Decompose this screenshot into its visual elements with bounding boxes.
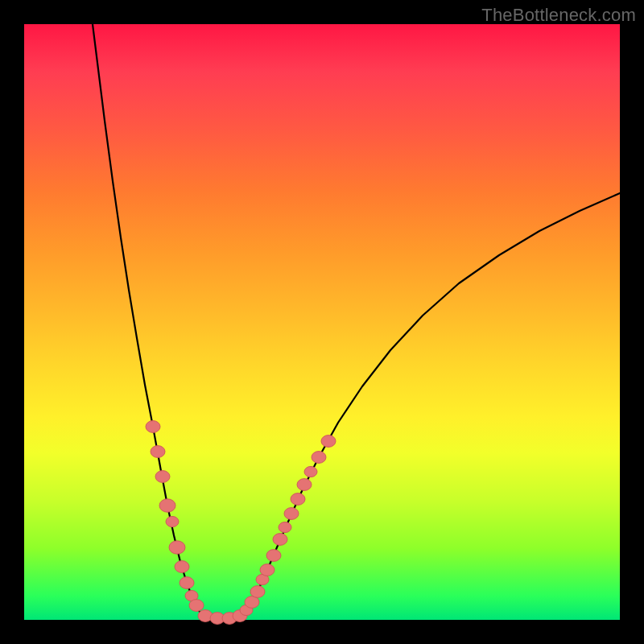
chart-frame: TheBottleneck.com — [0, 0, 644, 644]
data-dot — [175, 561, 189, 573]
data-dot — [291, 493, 305, 506]
data-dot — [155, 471, 170, 483]
data-dot — [284, 508, 299, 520]
data-dot — [169, 541, 185, 554]
data-dot — [273, 534, 287, 546]
data-dot — [266, 550, 281, 562]
data-dot — [166, 516, 179, 526]
data-dot — [279, 522, 291, 532]
chart-svg — [24, 24, 620, 620]
data-dot — [321, 436, 336, 448]
data-dot — [180, 577, 194, 589]
data-dot — [297, 479, 312, 491]
data-dot — [312, 452, 326, 464]
data-dot — [250, 586, 265, 598]
data-dot — [151, 446, 165, 458]
data-dot — [260, 564, 275, 576]
data-dot — [304, 466, 317, 477]
data-dot — [189, 600, 204, 612]
watermark-text: TheBottleneck.com — [481, 5, 636, 26]
plot-area — [24, 24, 620, 620]
bottleneck-curve — [93, 24, 620, 618]
data-dot — [159, 499, 175, 512]
data-dot — [146, 421, 160, 433]
